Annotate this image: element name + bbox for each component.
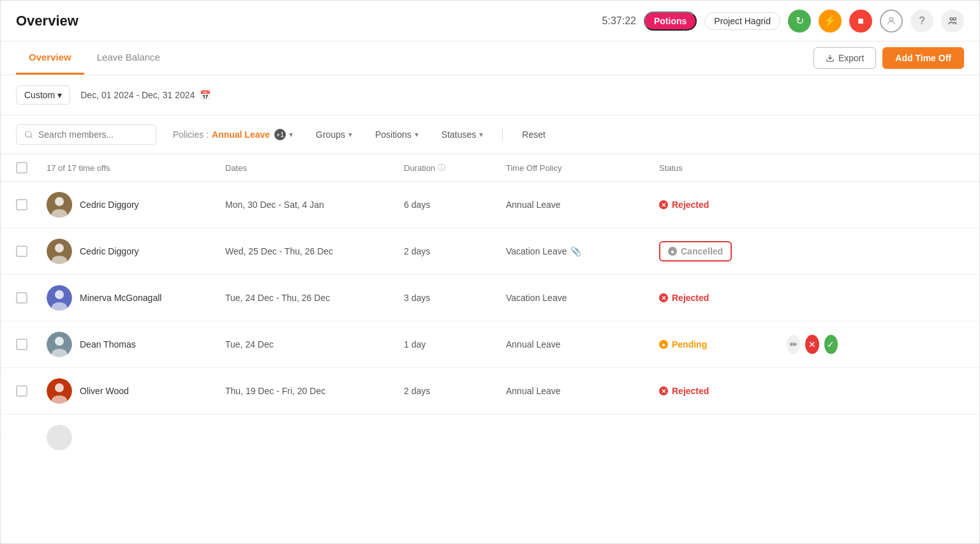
reset-button[interactable]: Reset bbox=[516, 126, 552, 143]
header-right: 5:37:22 Potions Project Hagrid ↻ ⚡ ■ ? bbox=[602, 10, 964, 33]
alert-icon-button[interactable]: ⚡ bbox=[819, 10, 842, 33]
table-container: 17 of 17 time offs Dates Duration ⓘ Time… bbox=[1, 154, 979, 543]
date-cell: Thu, 19 Dec - Fri, 20 Dec bbox=[225, 386, 404, 396]
policy-cell: Annual Leave bbox=[506, 386, 659, 396]
user-icon-button[interactable] bbox=[880, 10, 903, 33]
status-label: Rejected bbox=[672, 200, 709, 210]
cancelled-icon: ● bbox=[668, 247, 677, 256]
add-time-off-button[interactable]: Add Time Off bbox=[882, 47, 964, 69]
avatar bbox=[47, 192, 72, 217]
avatar bbox=[47, 378, 72, 404]
status-label: Rejected bbox=[672, 386, 709, 396]
row-checkbox[interactable] bbox=[16, 339, 27, 350]
chevron-down-icon: ▾ bbox=[348, 130, 352, 139]
search-input[interactable] bbox=[38, 129, 140, 140]
date-filters-bar: Custom ▾ Dec, 01 2024 - Dec, 31 2024 📅 bbox=[1, 75, 979, 115]
divider bbox=[502, 128, 503, 141]
member-name: Cedric Diggory bbox=[80, 200, 139, 210]
table-row: Dean Thomas Tue, 24 Dec 1 day Annual Lea… bbox=[1, 321, 979, 368]
row-checkbox[interactable] bbox=[16, 385, 27, 397]
svg-point-9 bbox=[55, 244, 64, 253]
chevron-down-icon: ▾ bbox=[57, 90, 62, 100]
member-cell: Dean Thomas bbox=[47, 332, 225, 357]
user-icon bbox=[886, 16, 896, 26]
svg-point-4 bbox=[26, 131, 31, 137]
team-icon bbox=[947, 16, 958, 26]
avatar bbox=[47, 239, 72, 264]
header-time: 5:37:22 bbox=[602, 15, 636, 27]
tabs-actions: Export Add Time Off bbox=[813, 47, 964, 69]
status-label: Pending bbox=[672, 339, 707, 349]
attachment-icon: 📎 bbox=[570, 246, 581, 256]
calendar-icon[interactable]: 📅 bbox=[200, 90, 211, 100]
svg-point-2 bbox=[953, 17, 956, 20]
export-icon bbox=[826, 54, 835, 62]
edit-button[interactable]: ✏ bbox=[787, 335, 800, 354]
reject-button[interactable]: ✕ bbox=[805, 335, 819, 354]
svg-point-18 bbox=[55, 383, 64, 392]
positions-filter[interactable]: Positions ▾ bbox=[369, 126, 425, 143]
tabs: Overview Leave Balance bbox=[16, 41, 173, 75]
table-row: Oliver Wood Thu, 19 Dec - Fri, 20 Dec 2 … bbox=[1, 368, 979, 415]
avatar bbox=[47, 332, 72, 357]
status-label: Cancelled bbox=[681, 246, 723, 256]
tabs-bar: Overview Leave Balance Export Add Time O… bbox=[1, 41, 979, 75]
date-cell: Tue, 24 Dec bbox=[225, 339, 404, 349]
select-all-checkbox[interactable] bbox=[16, 162, 27, 173]
info-icon: ⓘ bbox=[438, 163, 445, 173]
status-cell: ✕ Rejected bbox=[659, 200, 787, 210]
row-checkbox-cell bbox=[16, 199, 47, 210]
rejected-icon: ✕ bbox=[659, 386, 668, 395]
policy-cell: Annual Leave bbox=[506, 339, 659, 349]
tab-leave-balance[interactable]: Leave Balance bbox=[84, 41, 173, 75]
status-cell: ✕ Rejected bbox=[659, 386, 787, 396]
statuses-filter[interactable]: Statuses ▾ bbox=[435, 126, 489, 143]
status-cell: ✕ Rejected bbox=[659, 293, 787, 303]
date-range-display: Dec, 01 2024 - Dec, 31 2024 📅 bbox=[80, 90, 211, 100]
header-duration: Duration ⓘ bbox=[404, 163, 506, 173]
svg-point-6 bbox=[55, 197, 64, 206]
policies-filter[interactable]: Policies : Annual Leave +1 ▾ bbox=[167, 125, 299, 144]
table-row: Minerva McGonagall Tue, 24 Dec - Thu, 26… bbox=[1, 275, 979, 321]
row-checkbox[interactable] bbox=[16, 199, 27, 210]
status-cell: ● Pending bbox=[659, 339, 787, 349]
search-box[interactable] bbox=[16, 124, 156, 145]
chevron-down-icon: ▾ bbox=[415, 130, 419, 139]
member-name: Oliver Wood bbox=[80, 386, 129, 396]
header-count: 17 of 17 time offs bbox=[47, 163, 225, 173]
duration-cell: 2 days bbox=[404, 386, 506, 396]
stop-icon-button[interactable]: ■ bbox=[849, 10, 872, 33]
svg-point-12 bbox=[55, 290, 64, 299]
row-checkbox[interactable] bbox=[16, 292, 27, 304]
team-icon-button[interactable] bbox=[941, 10, 964, 33]
pending-icon: ● bbox=[659, 340, 668, 349]
svg-point-15 bbox=[55, 337, 64, 346]
table-header: 17 of 17 time offs Dates Duration ⓘ Time… bbox=[1, 154, 979, 182]
project-button[interactable]: Project Hagrid bbox=[704, 12, 780, 30]
export-button[interactable]: Export bbox=[813, 47, 876, 69]
duration-cell: 1 day bbox=[404, 339, 506, 349]
sync-icon-button[interactable]: ↻ bbox=[788, 10, 811, 33]
member-cell: Minerva McGonagall bbox=[47, 285, 225, 311]
chevron-down-icon: ▾ bbox=[479, 130, 483, 139]
potions-button[interactable]: Potions bbox=[644, 11, 697, 31]
groups-filter[interactable]: Groups ▾ bbox=[309, 126, 359, 143]
row-checkbox-cell bbox=[16, 385, 47, 397]
row-checkbox[interactable] bbox=[16, 246, 27, 257]
custom-date-select[interactable]: Custom ▾ bbox=[16, 85, 70, 105]
table-row bbox=[1, 415, 979, 436]
help-icon-button[interactable]: ? bbox=[910, 10, 933, 33]
svg-point-1 bbox=[950, 17, 953, 20]
search-filter-row: Policies : Annual Leave +1 ▾ Groups ▾ Po… bbox=[1, 115, 979, 154]
policy-cell: Vacation Leave 📎 bbox=[506, 246, 659, 256]
tab-overview[interactable]: Overview bbox=[16, 41, 84, 75]
duration-cell: 2 days bbox=[404, 246, 506, 256]
chevron-down-icon: ▾ bbox=[289, 130, 293, 139]
row-checkbox-cell bbox=[16, 246, 47, 257]
svg-point-0 bbox=[889, 17, 893, 20]
rejected-icon: ✕ bbox=[659, 293, 668, 302]
header-left: Overview bbox=[16, 13, 78, 29]
header-policy: Time Off Policy bbox=[506, 163, 659, 173]
approve-button[interactable]: ✓ bbox=[824, 335, 838, 354]
cancelled-status-wrapper: ● Cancelled bbox=[659, 241, 732, 261]
